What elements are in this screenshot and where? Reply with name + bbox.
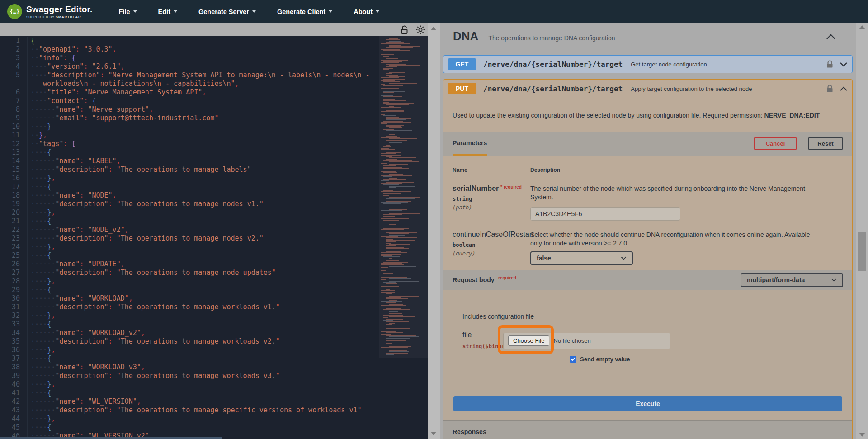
menu-edit[interactable]: Edit [158,8,177,15]
editor-horizontal-scrollbar[interactable] [0,437,222,439]
tag-header[interactable]: DNA The operations to manage DNA configu… [453,29,615,43]
no-file-chosen-text: No file chosen [553,337,590,344]
execute-button[interactable]: Execute [453,396,842,411]
name-column-header: Name [453,167,530,173]
put-path: /nerve/dna/{serialNumber}/target [483,85,623,93]
chevron-down-icon [252,10,256,13]
chevron-down-icon [621,256,627,260]
menu-generate-client[interactable]: Generate Client [277,8,332,15]
operation-get-target[interactable]: GET /nerve/dna/{serialNumber}/target Get… [443,55,853,73]
tag-description: The operations to manage DNA configurati… [488,34,615,42]
send-empty-value-row: Send empty value [570,356,670,363]
send-empty-label: Send empty value [580,356,630,363]
cancel-button[interactable]: Cancel [754,137,797,150]
swagger-ui-panel: DNA The operations to manage DNA configu… [440,23,868,439]
chevron-down-icon [329,10,332,13]
editor-vertical-scrollbar[interactable] [428,23,440,439]
unlock-icon[interactable] [401,25,408,34]
put-method-badge: PUT [448,83,476,94]
get-path: /nerve/dna/{serialNumber}/target [483,60,623,69]
tag-title: DNA [453,29,478,43]
check-icon [571,357,576,361]
menu-generate-server[interactable]: Generate Server [198,8,256,15]
choose-file-button[interactable]: Choose File [508,335,549,346]
execute-wrapper: Execute [443,388,852,420]
responses-title: Responses [453,428,843,435]
put-header-row[interactable]: PUT /nerve/dna/{serialNumber}/target App… [443,80,852,98]
param-location: (query) [453,250,530,257]
scroll-up-arrow-icon[interactable] [859,25,865,29]
menu-about[interactable]: About [354,8,379,15]
param-type: string [453,196,530,202]
responses-section: Responses [443,420,852,439]
menu-file[interactable]: File [119,8,137,15]
required-permission: NERVE_DNA:EDIT [764,112,820,119]
editor-toolbar [0,23,428,36]
chevron-down-icon [174,10,177,13]
get-summary: Get target node configuration [631,61,707,68]
code-lines[interactable]: {··"openapi": "3.0.3",··"info": {····"ve… [27,37,428,439]
file-param-name: file [462,331,503,339]
table-header-row: Name Description [453,167,843,177]
line-numbers: 1234567891011121314151617181920212223242… [0,37,27,439]
parameters-header-band: Parameters Cancel Reset [443,132,852,156]
param-row-serialnumber: serialNumber* required string (path) The… [453,184,843,221]
request-body-label: Request body [453,277,495,284]
operation-put-target: PUT /nerve/dna/{serialNumber}/target App… [443,79,853,439]
brand-title: Swagger Editor. [26,5,93,14]
chevron-down-icon [376,10,379,13]
reset-button[interactable]: Reset [808,137,843,150]
required-flag: * required [500,184,522,189]
description-column-header: Description [530,167,560,173]
send-empty-checkbox[interactable] [570,356,576,363]
request-body-band: Request body required multipart/form-dat… [443,270,852,290]
request-body-form: Includes configuration file file string(… [443,290,852,388]
brand-subtitle: Supported by SMARTBEAR [26,15,93,19]
serialnumber-input[interactable] [530,207,680,221]
param-location: (path) [453,204,530,211]
lock-icon[interactable] [826,60,833,68]
param-name: serialNumber [453,184,499,192]
get-method-badge: GET [448,58,476,70]
tab-parameters[interactable]: Parameters [453,132,487,156]
chevron-up-icon[interactable] [840,86,848,91]
panel-scrollbar[interactable] [856,23,868,439]
file-param-type: string($binary) [462,343,503,349]
continueincaseofrestart-select[interactable]: false [530,251,633,265]
put-summary: Apply target configuration to the select… [631,85,752,92]
section-divider [443,53,853,53]
swagger-logo-icon: {…} [7,4,22,19]
scrollbar-thumb[interactable] [858,232,866,271]
code-editor[interactable]: 1234567891011121314151617181920212223242… [0,36,428,439]
param-row-continueincaseofrestart: continueInCaseOfRestart boolean (query) … [453,231,843,265]
brand: {…} Swagger Editor. Supported by SMARTBE… [7,4,93,19]
collapse-section-icon[interactable] [826,34,836,40]
scroll-up-arrow-icon[interactable] [431,27,436,30]
top-navbar: {…} Swagger Editor. Supported by SMARTBE… [0,0,868,23]
put-description: Used to update the existing configuratio… [443,98,852,132]
param-description: The serial number of the node which was … [530,184,820,202]
scroll-down-arrow-icon[interactable] [859,433,865,437]
required-flag: required [498,275,516,280]
chevron-down-icon[interactable] [840,62,848,67]
minimap[interactable] [379,36,428,358]
file-upload-field[interactable]: Choose File No file chosen [503,333,670,349]
parameters-table: Name Description serialNumber* required … [443,156,852,270]
param-type: boolean [453,242,530,248]
param-name: continueInCaseOfRestart [453,231,534,238]
param-description: Select whether the node should continue … [530,231,820,248]
file-param-row: file string($binary) Choose File No file… [462,331,852,363]
brightness-icon[interactable] [415,25,425,35]
chevron-down-icon [831,278,837,282]
chevron-down-icon [133,10,137,13]
menu-bar: File Edit Generate Server Generate Clien… [119,8,379,15]
lock-icon[interactable] [826,85,833,93]
body-description: Includes configuration file [462,313,852,320]
media-type-select[interactable]: multipart/form-data [741,273,843,287]
scroll-down-arrow-icon[interactable] [431,432,436,435]
